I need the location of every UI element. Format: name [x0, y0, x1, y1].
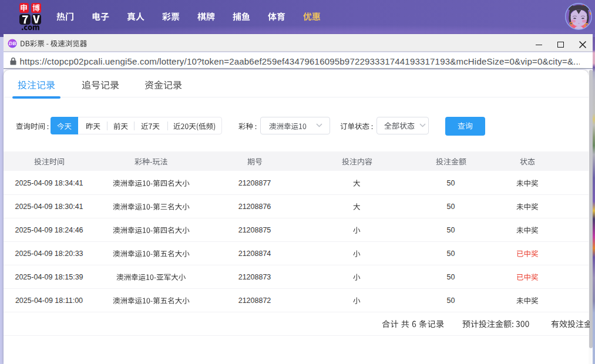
- svg-text:DB: DB: [8, 41, 16, 46]
